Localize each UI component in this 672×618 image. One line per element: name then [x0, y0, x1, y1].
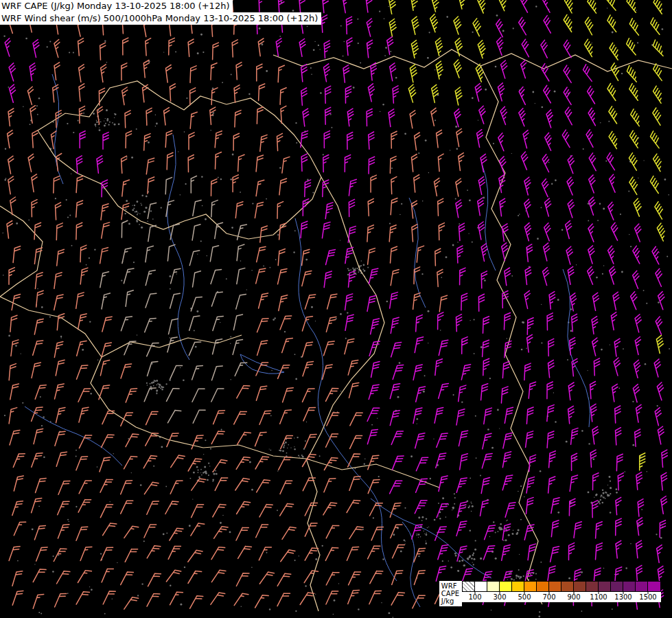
wind-barb: [283, 388, 294, 402]
wind-barb: [211, 547, 225, 560]
wind-barb: [234, 593, 248, 605]
wind-barb: [456, 314, 462, 332]
wind-barb: [636, 565, 642, 582]
wind-barb: [547, 431, 554, 448]
wind-barb: [188, 550, 202, 562]
wind-barb: [34, 428, 43, 444]
wind-barb: [124, 597, 139, 609]
wind-barb: [325, 548, 338, 561]
wind-barb: [634, 198, 641, 216]
wind-barb: [656, 317, 662, 334]
wind-barb: [210, 246, 218, 262]
wind-barb: [33, 341, 43, 355]
wind-barb: [596, 543, 603, 560]
wind-barb: [636, 540, 642, 558]
wind-barb: [79, 84, 84, 101]
wind-barb: [55, 384, 65, 399]
wind-barb: [191, 176, 196, 193]
wind-barb: [7, 221, 12, 239]
wind-barb: [326, 250, 336, 265]
legend-tick-label: 1500: [639, 593, 656, 601]
wind-barb: [412, 16, 419, 34]
wind-barb: [610, 43, 618, 60]
wind-barb: [564, 87, 571, 104]
wind-barb: [280, 481, 292, 494]
wind-barb: [167, 389, 180, 402]
wind-barb: [455, 87, 462, 105]
wind-barb: [258, 38, 264, 56]
wind-barb: [614, 339, 620, 356]
wind-barb: [347, 547, 358, 561]
wind-barb: [303, 408, 316, 421]
wind-barb: [545, 198, 551, 216]
wind-barb: [255, 595, 269, 608]
wind-barb: [635, 314, 641, 332]
wind-barb: [411, 41, 418, 58]
wind-barb: [102, 411, 115, 424]
wind-barb: [233, 340, 242, 355]
wind-barb: [78, 389, 91, 402]
wind-barb: [171, 268, 181, 284]
wind-barb: [57, 249, 65, 266]
wind-barb: [590, 382, 596, 399]
wind-barb: [415, 133, 420, 150]
wind-barb: [542, 179, 548, 197]
wind-barb: [417, 246, 424, 262]
wind-barb: [454, 109, 461, 127]
wind-barb: [259, 547, 271, 560]
wind-barb: [168, 546, 181, 559]
wind-barb: [349, 477, 360, 491]
wind-barb: [588, 0, 596, 13]
wind-barb: [215, 478, 228, 491]
wind-barb: [76, 156, 82, 173]
wind-barb: [189, 133, 194, 150]
wind-barb: [58, 525, 69, 538]
wind-barb: [611, 222, 617, 240]
wind-barb: [235, 202, 243, 218]
wind-barb: [125, 111, 130, 128]
wind-barb: [371, 175, 376, 192]
wind-barb: [147, 594, 160, 607]
wind-barb: [607, 15, 616, 32]
wind-barb: [367, 225, 374, 242]
wind-barb: [435, 178, 440, 196]
wind-barb: [10, 384, 19, 400]
wind-barb: [500, 198, 505, 216]
legend-swatch: [623, 582, 636, 591]
wind-barb: [32, 200, 37, 217]
wind-barb: [656, 268, 662, 286]
wind-barb: [282, 339, 293, 353]
wind-barb: [100, 360, 109, 376]
wind-barb: [593, 473, 599, 490]
wind-barb: [498, 83, 505, 101]
wind-barb: [279, 179, 287, 195]
wind-barb: [259, 572, 274, 584]
legend-swatch: [561, 582, 574, 591]
wind-barb: [654, 359, 660, 377]
wind-barb: [191, 297, 202, 312]
wind-barb: [416, 457, 428, 471]
wind-barb: [478, 41, 485, 58]
wind-barb: [305, 180, 311, 197]
wind-barb: [502, 452, 511, 468]
wind-barb: [211, 88, 218, 105]
wind-barb: [123, 38, 128, 55]
wind-barb: [121, 572, 134, 585]
wind-barb: [661, 496, 667, 514]
wind-barb: [213, 411, 225, 424]
wind-barb: [192, 225, 200, 240]
wind-barb: [9, 63, 15, 81]
wind-barb: [278, 65, 284, 82]
wind-barb: [521, 152, 527, 170]
wind-barb: [526, 244, 533, 262]
wind-barb: [9, 364, 16, 380]
wind-barb: [121, 364, 132, 378]
wind-barb: [213, 505, 226, 517]
wind-barb: [237, 502, 251, 514]
wind-barb: [12, 501, 23, 516]
wind-barb: [97, 156, 103, 174]
wind-barb: [438, 312, 443, 330]
wind-barb: [588, 246, 594, 264]
wind-barb: [76, 293, 84, 308]
wind-barb: [303, 199, 308, 216]
